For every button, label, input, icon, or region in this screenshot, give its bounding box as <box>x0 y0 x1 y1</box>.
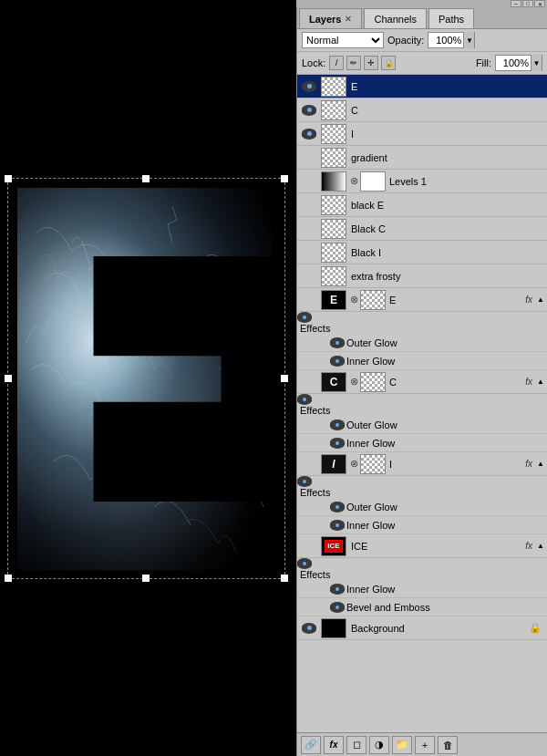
inner-glow-eye-CGroup[interactable] <box>330 438 345 449</box>
layer-row-EGroup[interactable]: E ⊗ E fx ▲ <box>297 288 547 312</box>
effect-eye-ICE[interactable] <box>297 558 312 569</box>
outer-glow-label-IGroup: Outer Glow <box>346 502 397 513</box>
layer-row-gradient[interactable]: gradient <box>297 146 547 170</box>
layer-row-BlackI[interactable]: Black I <box>297 241 547 264</box>
selection-handle-tm[interactable] <box>142 175 150 182</box>
tab-layers-close[interactable]: ✕ <box>345 15 352 24</box>
tab-layers[interactable]: Layers ✕ <box>299 8 362 28</box>
thumb-checker-extraFrosty <box>322 267 346 285</box>
inner-glow-label-IGroup: Inner Glow <box>346 520 395 531</box>
fill-arrow[interactable]: ▼ <box>531 55 542 71</box>
lock-image-button[interactable]: ✏ <box>346 56 361 70</box>
delete-layer-button[interactable]: 🗑 <box>438 736 458 754</box>
chain-icon-IGroup: ⊗ <box>348 454 359 474</box>
layer-row-C[interactable]: C <box>297 98 547 122</box>
new-layer-button[interactable]: + <box>415 736 435 754</box>
selection-handle-br[interactable] <box>281 575 288 582</box>
maximize-button[interactable]: □ <box>522 0 533 7</box>
effect-outer-glow-EGroup[interactable]: Outer Glow <box>297 334 547 352</box>
layer-row-I[interactable]: I <box>297 122 547 146</box>
eye-I[interactable] <box>299 129 319 140</box>
outer-glow-eye-IGroup[interactable] <box>330 502 345 513</box>
layer-row-ICE[interactable]: ICE ICE fx ▲ <box>297 534 547 558</box>
thumb-BlackC <box>321 219 346 239</box>
add-mask-button[interactable]: ◻ <box>346 736 366 754</box>
thumb-checker-gradient <box>322 149 346 167</box>
canvas-area <box>0 0 292 756</box>
lock-position-button[interactable]: ✛ <box>364 56 378 70</box>
effect-eye-IGroup[interactable] <box>297 476 312 487</box>
effect-eye-EGroup[interactable] <box>297 312 312 323</box>
effects-header-ICE: Effects <box>297 558 547 580</box>
opacity-arrow[interactable]: ▼ <box>463 32 474 48</box>
blend-mode-select[interactable]: Normal Dissolve Multiply Screen <box>302 32 384 48</box>
thumb-checker-blackE <box>322 196 346 214</box>
mask-checker-IGroup <box>361 455 385 473</box>
panel-tab-bar: Layers ✕ Channels Paths <box>297 7 547 29</box>
selection-handle-tl[interactable] <box>5 175 12 182</box>
thumb-checker-BlackI <box>322 243 346 262</box>
create-group-button[interactable]: 📁 <box>392 736 412 754</box>
eye-C[interactable] <box>299 105 319 116</box>
expand-arrow-ICE[interactable]: ▲ <box>536 542 545 550</box>
add-effects-button[interactable]: fx <box>324 736 344 754</box>
fill-input[interactable] <box>496 56 531 70</box>
effect-outer-glow-IGroup[interactable]: Outer Glow <box>297 498 547 516</box>
thumb-gradient <box>321 148 346 168</box>
fx-badge-EGroup: fx <box>525 295 532 305</box>
mask-IGroup <box>360 454 386 474</box>
selection-handle-bm[interactable] <box>142 575 150 582</box>
effect-inner-glow-ICE[interactable]: Inner Glow <box>297 580 547 598</box>
effect-inner-glow-CGroup[interactable]: Inner Glow <box>297 434 547 452</box>
thumb-I <box>321 124 346 144</box>
mask-levels <box>360 171 386 192</box>
layer-row-levels1[interactable]: ⊗ Levels 1 <box>297 170 547 193</box>
link-layers-button[interactable]: 🔗 <box>301 736 321 754</box>
layer-row-background[interactable]: Background 🔒 <box>297 616 547 640</box>
eye-E[interactable] <box>299 81 319 92</box>
layer-row-BlackC[interactable]: Black C <box>297 217 547 241</box>
tab-channels[interactable]: Channels <box>364 8 426 28</box>
effect-inner-glow-EGroup[interactable]: Inner Glow <box>297 352 547 370</box>
effect-inner-glow-IGroup[interactable]: Inner Glow <box>297 516 547 534</box>
layer-name-C: C <box>348 105 545 116</box>
outer-glow-eye-CGroup[interactable] <box>330 419 345 430</box>
thumb-EGroup: E <box>321 290 346 310</box>
layer-row-CGroup[interactable]: C ⊗ C fx ▲ <box>297 370 547 394</box>
effect-bevel-ICE[interactable]: Bevel and Emboss <box>297 598 547 616</box>
outer-glow-eye-EGroup[interactable] <box>330 337 345 348</box>
minimize-button[interactable]: ─ <box>511 0 521 7</box>
selection-handle-mr[interactable] <box>281 375 288 382</box>
opacity-input[interactable] <box>428 33 463 47</box>
layer-row-E[interactable]: E <box>297 75 547 98</box>
close-button[interactable]: ✕ <box>534 0 545 7</box>
layers-list[interactable]: E C I gradient ⊗ Levels 1 <box>297 75 547 732</box>
e-frost-overlay <box>17 188 273 571</box>
layer-row-blackE[interactable]: black E <box>297 193 547 217</box>
expand-arrow-CGroup[interactable]: ▲ <box>536 378 545 386</box>
layer-row-IGroup[interactable]: I ⊗ I fx ▲ <box>297 452 547 476</box>
expand-arrow-IGroup[interactable]: ▲ <box>536 460 545 468</box>
effect-eye-CGroup[interactable] <box>297 394 312 405</box>
layer-name-IGroup: I <box>387 459 525 470</box>
thumb-levels <box>321 171 346 192</box>
selection-handle-bl[interactable] <box>5 575 12 582</box>
lock-pixel-button[interactable]: / <box>329 56 344 70</box>
bevel-eye-ICE[interactable] <box>330 602 345 613</box>
inner-glow-eye-EGroup[interactable] <box>330 356 345 367</box>
add-adjustment-button[interactable]: ◑ <box>369 736 389 754</box>
selection-handle-ml[interactable] <box>5 375 12 382</box>
lock-all-button[interactable]: 🔒 <box>381 56 396 70</box>
tab-paths[interactable]: Paths <box>428 8 474 28</box>
expand-arrow-EGroup[interactable]: ▲ <box>536 295 545 304</box>
inner-glow-eye-ICE[interactable] <box>330 584 345 595</box>
effect-outer-glow-CGroup[interactable]: Outer Glow <box>297 416 547 434</box>
eye-background[interactable] <box>299 623 319 634</box>
inner-glow-eye-IGroup[interactable] <box>330 520 345 531</box>
thumb-E <box>321 77 346 97</box>
window-controls: ─ □ ✕ <box>296 0 547 7</box>
fill-label: Fill: <box>476 57 491 68</box>
effects-header-CGroup: Effects <box>297 394 547 416</box>
layer-row-extraFrosty[interactable]: extra frosty <box>297 264 547 288</box>
selection-handle-tr[interactable] <box>281 175 288 182</box>
